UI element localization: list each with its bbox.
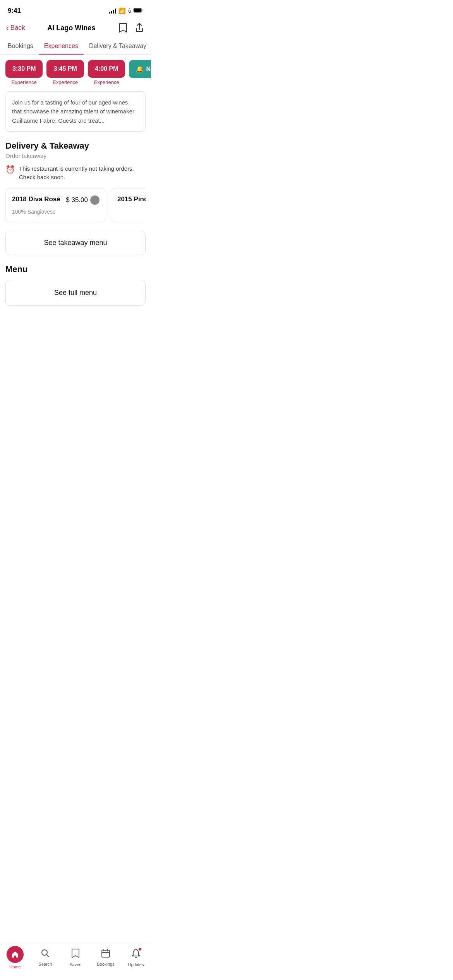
delivery-subtitle: Order takeaway — [5, 152, 146, 159]
notice-text: This restaurant is currently not taking … — [19, 164, 146, 182]
bookmark-button[interactable] — [118, 22, 129, 33]
status-icons: 📶 ὐ‌‌︎ — [109, 7, 143, 14]
time-slot-1: 3:30 PM Experience — [5, 60, 43, 85]
notify-group: 🔔 Notify me — [129, 60, 151, 85]
description-card: Join us for a tasting of four of our age… — [5, 91, 146, 132]
back-chevron-icon: ‹ — [6, 24, 9, 32]
wine-variety-1: 100% Sangiovese — [12, 209, 100, 215]
time-slot-button-3[interactable]: 4:00 PM — [88, 60, 125, 78]
time-slot-label-1: Experience — [12, 79, 37, 85]
wine-cards: 2018 Diva Rosé $ 35.00 100% Sangiovese 2… — [5, 188, 146, 224]
svg-rect-1 — [134, 9, 142, 12]
notify-button[interactable]: 🔔 Notify me — [129, 60, 151, 78]
see-full-menu-button[interactable]: See full menu — [5, 280, 146, 306]
tab-delivery[interactable]: Delivery & Takeaway — [84, 39, 151, 54]
time-slot-label-2: Experience — [53, 79, 78, 85]
tab-bookings[interactable]: Bookings — [2, 39, 39, 54]
wine-card-2[interactable]: 2015 Pinot — [111, 188, 146, 222]
back-button[interactable]: ‹ Back — [6, 24, 25, 32]
menu-title: Menu — [5, 264, 146, 274]
wine-card-2-header: 2015 Pinot — [117, 195, 146, 203]
share-button[interactable] — [134, 22, 145, 33]
nav-actions — [118, 22, 145, 33]
price-dot-1 — [90, 195, 100, 205]
bell-icon: 🔔 — [136, 65, 144, 73]
page-title: Al Lago Wines — [47, 24, 95, 32]
delivery-section: Delivery & Takeaway Order takeaway ⏰ Thi… — [0, 132, 151, 255]
notify-label: Notify me — [146, 66, 151, 73]
menu-section: Menu See full menu — [0, 255, 151, 306]
notice: ⏰ This restaurant is currently not takin… — [5, 164, 146, 182]
wine-price-value-1: $ 35.00 — [66, 196, 88, 204]
time-slot-button-2[interactable]: 3:45 PM — [46, 60, 84, 78]
see-takeaway-menu-button[interactable]: See takeaway menu — [5, 231, 146, 255]
status-time: 9:41 — [8, 7, 21, 15]
time-slot-button-1[interactable]: 3:30 PM — [5, 60, 43, 78]
time-slot-3: 4:00 PM Experience — [88, 60, 125, 85]
time-slots: 3:30 PM Experience 3:45 PM Experience 4:… — [0, 55, 151, 85]
wifi-icon: 📶 — [118, 7, 126, 14]
tabs: Bookings Experiences Delivery & Takeaway — [0, 39, 151, 55]
wine-card-1-header: 2018 Diva Rosé $ 35.00 — [12, 195, 100, 205]
time-slot-label-3: Experience — [94, 79, 119, 85]
time-slot-2: 3:45 PM Experience — [46, 60, 84, 85]
nav-header: ‹ Back Al Lago Wines — [0, 19, 151, 39]
status-bar: 9:41 📶 ὐ‌‌︎ — [0, 0, 151, 19]
wine-name-1: 2018 Diva Rosé — [12, 195, 60, 203]
tab-experiences[interactable]: Experiences — [39, 39, 84, 54]
clock-icon: ⏰ — [5, 165, 15, 174]
wine-price-1: $ 35.00 — [66, 195, 100, 205]
signal-icon — [109, 8, 116, 14]
wine-name-2: 2015 Pinot — [117, 195, 146, 203]
delivery-title: Delivery & Takeaway — [5, 141, 146, 151]
battery-icon: ὐ‌‌︎ — [128, 7, 143, 14]
description-text: Join us for a tasting of four of our age… — [12, 98, 139, 125]
wine-card-1[interactable]: 2018 Diva Rosé $ 35.00 100% Sangiovese — [5, 188, 106, 222]
back-label: Back — [10, 24, 25, 32]
